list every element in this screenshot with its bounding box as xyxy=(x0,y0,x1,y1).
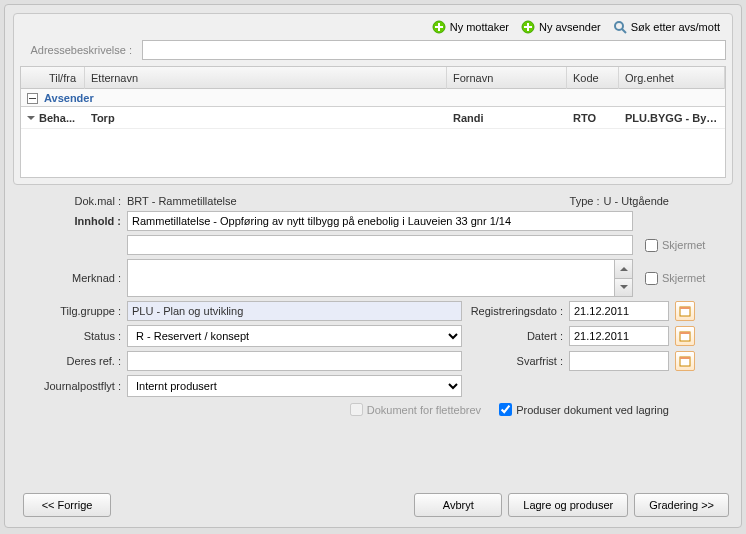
col-tilfra[interactable]: Til/fra xyxy=(21,67,85,89)
regdato-label: Registreringsdato : xyxy=(471,305,563,317)
table-row[interactable]: Beha... Torp Randi RTO PLU.BYGG - Byg... xyxy=(21,107,725,129)
innhold2-input[interactable] xyxy=(127,235,633,255)
col-kode[interactable]: Kode xyxy=(567,67,619,89)
collapse-icon xyxy=(27,93,38,104)
dokmal-label: Dok.mal : xyxy=(17,195,121,207)
svg-rect-15 xyxy=(680,357,690,359)
group-label: Avsender xyxy=(44,92,94,104)
skjermet1-check[interactable]: Skjermet xyxy=(645,239,705,252)
svg-rect-13 xyxy=(680,332,690,334)
add-icon xyxy=(432,20,446,34)
datert-label: Datert : xyxy=(527,330,563,342)
lagre-button[interactable]: Lagre og produser xyxy=(508,493,628,517)
form-area: Dok.mal : BRT - Rammetillatelse Type : U… xyxy=(13,185,733,416)
tilg-label: Tilg.gruppe : xyxy=(17,305,121,317)
dokmal-row: Dok.mal : BRT - Rammetillatelse Type : U… xyxy=(17,195,729,207)
row-tilfra: Beha... xyxy=(21,112,85,124)
ny-avsender-label: Ny avsender xyxy=(539,21,601,33)
row-kode: RTO xyxy=(567,112,619,124)
row-fornavn: Randi xyxy=(447,112,567,124)
deresref-input[interactable] xyxy=(127,351,462,371)
merknad-spin xyxy=(615,259,633,297)
spin-up-button[interactable] xyxy=(615,260,632,279)
recipients-toolbar: Ny mottaker Ny avsender Søk etter avs/mo… xyxy=(20,20,726,40)
journal-select[interactable]: Internt produsert xyxy=(127,375,462,397)
search-icon xyxy=(613,20,627,34)
grid-group-avsender[interactable]: Avsender xyxy=(21,89,725,107)
adresse-label: Adressebeskrivelse : xyxy=(20,44,136,56)
adresse-row: Adressebeskrivelse : xyxy=(20,40,726,60)
innhold-row: Innhold : xyxy=(17,211,729,231)
regdato-calendar-button[interactable] xyxy=(675,301,695,321)
svarfrist-label: Svarfrist : xyxy=(517,355,563,367)
status-select[interactable]: R - Reservert / konsept xyxy=(127,325,462,347)
merknad-input[interactable] xyxy=(127,259,615,297)
gradering-button[interactable]: Gradering >> xyxy=(634,493,729,517)
dialog-window: Ny mottaker Ny avsender Søk etter avs/mo… xyxy=(4,4,742,528)
svarfrist-input[interactable] xyxy=(569,351,669,371)
avbryt-button[interactable]: Avbryt xyxy=(414,493,502,517)
produser-dok-check[interactable]: Produser dokument ved lagring xyxy=(499,403,669,416)
svg-rect-9 xyxy=(29,98,36,99)
ny-mottaker-button[interactable]: Ny mottaker xyxy=(432,20,509,34)
innhold2-row: Skjermet xyxy=(17,235,729,255)
merknad-label: Merknad : xyxy=(17,272,121,284)
footer: << Forrige Avbryt Lagre og produser Grad… xyxy=(13,485,733,519)
calendar-icon xyxy=(679,355,691,367)
dokmal-value: BRT - Rammetillatelse xyxy=(127,195,237,207)
ny-avsender-button[interactable]: Ny avsender xyxy=(521,20,601,34)
row-etternavn: Torp xyxy=(85,112,447,124)
sok-button[interactable]: Søk etter avs/mott xyxy=(613,20,720,34)
type-value: U - Utgående xyxy=(604,195,669,207)
status-label: Status : xyxy=(17,330,121,342)
journal-label: Journalpostflyt : xyxy=(17,380,121,392)
svg-rect-5 xyxy=(524,26,532,28)
sok-label: Søk etter avs/mott xyxy=(631,21,720,33)
grid-header: Til/fra Etternavn Fornavn Kode Org.enhet xyxy=(21,67,725,89)
adresse-input[interactable] xyxy=(142,40,726,60)
spin-down-button[interactable] xyxy=(615,279,632,297)
ny-mottaker-label: Ny mottaker xyxy=(450,21,509,33)
chevron-down-icon xyxy=(27,116,35,120)
svg-point-6 xyxy=(615,22,623,30)
innhold-label: Innhold : xyxy=(17,215,121,227)
forrige-button[interactable]: << Forrige xyxy=(23,493,111,517)
calendar-icon xyxy=(679,305,691,317)
datert-input[interactable] xyxy=(569,326,669,346)
col-etternavn[interactable]: Etternavn xyxy=(85,67,447,89)
innhold-input[interactable] xyxy=(127,211,633,231)
svg-rect-11 xyxy=(680,307,690,309)
row-orgenhet: PLU.BYGG - Byg... xyxy=(619,112,725,124)
regdato-input[interactable] xyxy=(569,301,669,321)
add-icon xyxy=(521,20,535,34)
deresref-label: Deres ref. : xyxy=(17,355,121,367)
datert-calendar-button[interactable] xyxy=(675,326,695,346)
skjermet2-check[interactable]: Skjermet xyxy=(645,272,705,285)
col-fornavn[interactable]: Fornavn xyxy=(447,67,567,89)
svarfrist-calendar-button[interactable] xyxy=(675,351,695,371)
recipients-panel: Ny mottaker Ny avsender Søk etter avs/mo… xyxy=(13,13,733,185)
calendar-icon xyxy=(679,330,691,342)
merknad-row: Merknad : Skjermet xyxy=(17,259,729,297)
recipients-grid: Til/fra Etternavn Fornavn Kode Org.enhet… xyxy=(20,66,726,178)
svg-rect-2 xyxy=(435,26,443,28)
tilg-input[interactable]: PLU - Plan og utvikling xyxy=(127,301,462,321)
svg-line-7 xyxy=(622,29,626,33)
type-label: Type : xyxy=(570,195,600,207)
col-orgenhet[interactable]: Org.enhet xyxy=(619,67,725,89)
dok-flettebrev-check: Dokument for flettebrev xyxy=(350,403,481,416)
